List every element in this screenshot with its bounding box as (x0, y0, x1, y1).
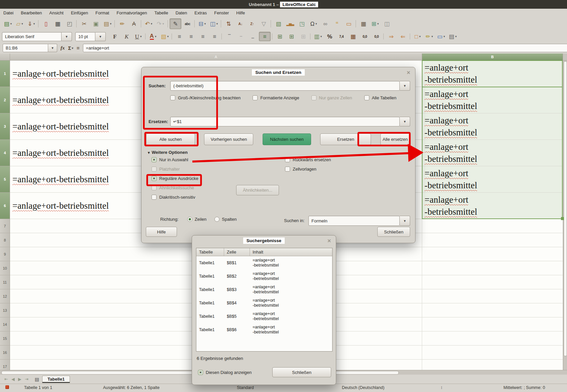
insert-image-icon[interactable]: ▧ ▾ (273, 19, 284, 29)
close-icon[interactable]: ✕ (327, 238, 331, 243)
menu-item[interactable]: Datei (3, 10, 13, 15)
save-icon[interactable]: ⇓ ▾ (26, 19, 37, 29)
dropdown-arrow-icon[interactable]: ▾ (163, 22, 164, 25)
replace-all-button[interactable]: Alle ersetzen (380, 133, 410, 145)
checkbox-diacritic-sensitive[interactable] (152, 195, 157, 200)
align-justify-icon[interactable]: ≡ ▾ (209, 32, 220, 41)
cell-column-b[interactable]: =anlage+ort -betriebsmittel (422, 140, 563, 166)
percent-format-icon[interactable]: % ▾ (324, 32, 335, 41)
unmerge-cells-icon[interactable]: ⊞ ▾ (298, 32, 309, 41)
row-header[interactable]: 13 (0, 303, 10, 317)
cell-column-b[interactable] (422, 317, 563, 331)
find-all-button[interactable]: Alle suchen (146, 133, 195, 145)
sort-ascending-icon[interactable]: A↓ ▾ (235, 19, 246, 29)
dropdown-arrow-icon[interactable]: ▾ (315, 22, 317, 25)
paste-icon[interactable]: ▤ ▾ (102, 19, 113, 29)
status-language[interactable]: Deutsch (Deutschland) (342, 385, 384, 390)
italic-icon[interactable]: K ▾ (121, 32, 132, 41)
clone-formatting-icon[interactable]: ✏ ▾ (117, 19, 128, 29)
align-left-icon[interactable]: ≡ ▾ (174, 32, 185, 41)
row-header[interactable]: 5 (0, 166, 10, 193)
split-window-icon[interactable]: ◫ ▾ (381, 19, 392, 29)
date-format-icon[interactable]: ▦ ▾ (348, 32, 359, 41)
column-header-cell[interactable]: Zelle (224, 248, 250, 256)
print-icon[interactable]: ▦ ▾ (52, 19, 63, 29)
border-color-icon[interactable]: ▭ ▾ (436, 32, 447, 41)
center-vertically-icon[interactable]: ─ ▾ (235, 32, 247, 41)
radio-columns[interactable] (214, 217, 219, 222)
cell-column-b[interactable] (422, 247, 563, 261)
dropdown-arrow-icon[interactable]: ▾ (204, 22, 206, 25)
menu-item[interactable]: Hilfe (236, 10, 245, 15)
border-style-icon[interactable]: ✏ ▾ (424, 32, 435, 41)
align-top-icon[interactable]: ▔ ▾ (224, 32, 235, 41)
close-button[interactable]: Schließen (272, 367, 331, 377)
menu-item[interactable]: Tabelle (154, 10, 168, 15)
cell-column-b[interactable] (422, 275, 563, 289)
result-row[interactable]: Tabelle1 $B$3 =anlage+ort -betriebsmitte… (196, 283, 332, 296)
cell-column-b[interactable]: =anlage+ort -betriebsmittel (422, 193, 563, 219)
cell-column-b[interactable]: =anlage+ort -betriebsmittel (422, 87, 563, 113)
undo-icon[interactable]: ↶ ▾ (143, 19, 154, 29)
column-header-table[interactable]: Tabelle (196, 248, 224, 256)
fill-handle[interactable] (561, 217, 564, 220)
more-options-expander[interactable]: Weitere Optionen (148, 150, 188, 155)
merge-cells-icon[interactable]: ⊞ ▾ (286, 32, 297, 41)
search-dropdown-icon[interactable] (400, 81, 410, 91)
delete-decimal-place-icon[interactable]: 0,0 ▾ (371, 32, 382, 41)
font-size-dropdown-icon[interactable] (95, 32, 106, 41)
special-character-icon[interactable]: Ω ▾ (308, 19, 319, 29)
dropdown-arrow-icon[interactable]: ▾ (110, 22, 112, 25)
sort-icon[interactable]: ⇅ ▾ (223, 19, 234, 29)
checkbox-all-sheets[interactable] (364, 95, 369, 100)
number-format-icon[interactable]: 7,4 ▾ (336, 32, 347, 41)
currency-format-icon[interactable]: ▥ ▾ (312, 32, 323, 41)
checkbox-wildcards[interactable] (152, 167, 157, 172)
column-header-content[interactable]: Inhalt (250, 248, 332, 256)
new-document-icon[interactable]: ▤ ▾ (2, 19, 13, 29)
print-preview-icon[interactable]: ◰ ▾ (64, 19, 75, 29)
clear-formatting-icon[interactable]: A ▾ (128, 19, 139, 29)
row-header[interactable]: 12 (0, 289, 10, 303)
menu-item[interactable]: Fenster (214, 10, 229, 15)
checkbox-entire-cells[interactable] (311, 95, 316, 100)
checkbox-similarity-search[interactable] (152, 185, 157, 190)
search-input[interactable]: (-betriebsmittel) (170, 81, 400, 91)
select-all-corner[interactable] (0, 54, 10, 61)
dropdown-arrow-icon[interactable]: ▾ (33, 22, 35, 25)
row-header[interactable]: 4 (0, 140, 10, 166)
cell-column-b[interactable] (422, 303, 563, 317)
checkbox-cell-styles[interactable] (285, 167, 290, 172)
sum-icon[interactable]: Σ (68, 45, 74, 51)
checkbox-regular-expressions[interactable] (152, 176, 157, 181)
align-right-icon[interactable]: ≡ ▾ (197, 32, 208, 41)
result-row[interactable]: Tabelle1 $B$5 =anlage+ort -betriebsmitte… (196, 310, 332, 323)
dropdown-arrow-icon[interactable]: ▾ (167, 35, 169, 38)
wrap-text-icon[interactable]: ≡ ▾ (259, 32, 271, 41)
row-header[interactable]: 14 (0, 317, 10, 331)
sheet-tab-tabelle1[interactable]: Tabelle1 (42, 376, 70, 383)
spelling-icon[interactable]: abc ▾ (182, 19, 193, 29)
row-header[interactable]: 16 (0, 346, 10, 360)
decrease-indent-icon[interactable]: ⇐ ▾ (397, 32, 408, 41)
result-row[interactable]: Tabelle1 $B$6 =anlage+ort -betriebsmitte… (196, 323, 332, 336)
menu-item[interactable]: Format (95, 10, 109, 15)
cut-icon[interactable]: ✂ ▾ (79, 19, 90, 29)
row-header[interactable]: 1 (0, 61, 10, 87)
row-header[interactable]: 9 (0, 247, 10, 261)
result-row[interactable]: Tabelle1 $B$4 =anlage+ort -betriebsmitte… (196, 296, 332, 310)
dropdown-arrow-icon[interactable]: ▾ (432, 35, 433, 38)
menu-item[interactable]: Formatvorlagen (116, 10, 147, 15)
menu-item[interactable]: Daten (176, 10, 187, 15)
borders-icon[interactable]: □ ▾ (412, 32, 423, 41)
insert-comment-icon[interactable]: “ ▾ (332, 19, 343, 29)
status-statistics[interactable]: Mittelwert: ; Summe: 0 (503, 385, 545, 390)
insert-columns-icon[interactable]: ◫ ▾ (208, 19, 219, 29)
cell-column-b[interactable] (422, 331, 563, 346)
dropdown-arrow-icon[interactable]: ▾ (151, 22, 153, 25)
insert-chart-icon[interactable]: ▂▅▃ ▾ (285, 19, 296, 29)
dropdown-arrow-icon[interactable]: ▾ (320, 35, 322, 38)
find-previous-button[interactable]: Vorherigen suchen (204, 133, 253, 145)
increase-indent-icon[interactable]: ⇒ ▾ (386, 32, 397, 41)
vertical-scrollbar[interactable] (563, 61, 567, 370)
